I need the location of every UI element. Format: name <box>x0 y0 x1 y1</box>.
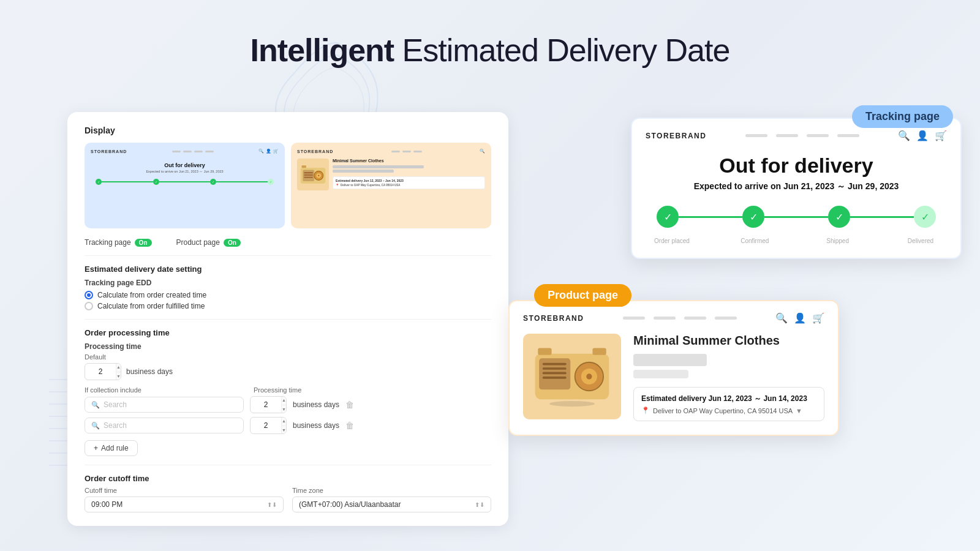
product-small-preview: STOREBRAND 🔍 <box>291 143 491 228</box>
svg-rect-15 <box>304 177 313 178</box>
tracking-subtitle: Expected to arrive on Jun 21, 2023 ～ Jun… <box>646 181 947 192</box>
tracking-toggle-row: Tracking page On <box>85 238 152 247</box>
preview-panels: STOREBRAND 🔍 👤 🛒 Out for delivery Expect… <box>85 143 491 228</box>
svg-rect-14 <box>304 174 313 176</box>
delete-rule-1[interactable]: 🗑 <box>345 400 354 410</box>
edd-section-title: Estimated delivery date setting <box>85 264 491 274</box>
default-label: Default <box>85 353 491 361</box>
search-icon: 🔍 <box>91 401 100 409</box>
cutoff-section-title: Order cutoff time <box>85 474 491 483</box>
timezone-input[interactable]: (GMT+07:00) Asia/Ulaanbaatar ⬆⬇ <box>292 497 491 512</box>
tracking-page-edd-label: Tracking page EDD <box>85 279 491 287</box>
product-page-large-preview: Product page STOREBRAND 🔍 👤 🛒 <box>508 300 839 436</box>
spinner-down-1[interactable]: ▼ <box>282 405 286 414</box>
step-4: ✓ <box>914 206 936 228</box>
svg-point-12 <box>318 174 320 176</box>
cart-icon-tp: 🛒 <box>935 130 947 141</box>
processing-time-label: Processing time <box>85 342 491 351</box>
processing-spinner-1[interactable]: 2 ▲ ▼ <box>250 396 287 413</box>
timezone-col: Time zone (GMT+07:00) Asia/Ulaanbaatar ⬆… <box>292 487 491 512</box>
search-icon-pp: 🔍 <box>775 312 788 324</box>
svg-rect-26 <box>543 377 567 379</box>
svg-rect-25 <box>543 372 567 375</box>
order-processing-title: Order processing time <box>85 328 491 337</box>
processing-time-header: Processing time <box>254 386 301 394</box>
svg-rect-9 <box>303 170 314 181</box>
svg-rect-24 <box>543 367 567 370</box>
tracking-page-bubble: Tracking page <box>852 105 953 128</box>
svg-point-29 <box>549 401 595 407</box>
collection-search-2[interactable]: 🔍 Search <box>85 418 244 433</box>
display-section-title: Display <box>85 126 491 135</box>
svg-rect-23 <box>543 363 567 365</box>
collection-search-1[interactable]: 🔍 Search <box>85 397 244 413</box>
default-days-spinner[interactable]: 2 ▲ ▼ <box>85 363 121 380</box>
tracking-page-large-preview: Tracking page STOREBRAND 🔍 👤 🛒 Out for d… <box>631 118 962 259</box>
delete-rule-2[interactable]: 🗑 <box>345 421 354 430</box>
settings-card: Display STOREBRAND 🔍 👤 🛒 Out for d <box>67 112 508 526</box>
spinner-down-2[interactable]: ▼ <box>282 426 286 435</box>
cutoff-time-col: Cutoff time 09:00 PM ⬆⬇ <box>85 487 284 512</box>
collection-rule-row-1: 🔍 Search 2 ▲ ▼ business days 🗑 <box>85 396 491 413</box>
svg-rect-28 <box>592 348 606 355</box>
step-labels: Order placed Confirmed Shipped Delivered <box>646 238 947 244</box>
product-info: Minimal Summer Clothes Estimated deliver… <box>633 334 824 421</box>
variant-bar <box>633 370 688 378</box>
search-icon-tp: 🔍 <box>898 130 910 141</box>
svg-rect-16 <box>302 165 306 168</box>
svg-rect-27 <box>538 348 551 355</box>
product-page-bubble: Product page <box>534 284 631 307</box>
processing-spinner-2[interactable]: 2 ▲ ▼ <box>250 417 287 434</box>
location-pin-icon: 📍 <box>641 407 650 414</box>
radio-created-time[interactable]: Calculate from order created time <box>85 291 491 299</box>
search-icon-2: 🔍 <box>91 422 100 430</box>
product-toggle-badge[interactable]: On <box>224 239 241 247</box>
radio-fulfilled-time[interactable]: Calculate from order fulfilled time <box>85 302 491 310</box>
collection-header: If collection include <box>85 386 244 394</box>
add-rule-button[interactable]: + Add rule <box>85 440 138 456</box>
svg-point-22 <box>586 373 592 379</box>
spinner-down[interactable]: ▼ <box>116 372 121 381</box>
tracking-toggle-badge[interactable]: On <box>135 239 152 247</box>
product-title: Minimal Summer Clothes <box>633 334 824 348</box>
product-image <box>523 334 621 419</box>
step-3: ✓ <box>828 206 850 228</box>
user-icon-tp: 👤 <box>916 130 929 141</box>
tracking-main-title: Out for delivery <box>646 154 947 178</box>
product-toggle-row: Product page On <box>176 238 241 247</box>
spinner-up-2[interactable]: ▲ <box>282 417 286 426</box>
collection-rule-row-2: 🔍 Search 2 ▲ ▼ business days 🗑 <box>85 417 491 434</box>
spinner-up-1[interactable]: ▲ <box>282 396 286 405</box>
page-title: Intelligent Estimated Delivery Date <box>0 0 980 69</box>
svg-rect-13 <box>304 172 313 173</box>
step-1: ✓ <box>657 206 679 228</box>
plus-icon: + <box>94 444 98 452</box>
tracking-progress: ✓ ✓ ✓ ✓ <box>646 206 947 228</box>
step-2: ✓ <box>742 206 764 228</box>
cart-icon-pp: 🛒 <box>812 312 824 324</box>
delivery-estimate-box: Estimated delivery Jun 12, 2023 ～ Jun 14… <box>633 387 824 421</box>
product-content: Minimal Summer Clothes Estimated deliver… <box>523 334 824 421</box>
price-bar <box>633 354 707 366</box>
tracking-small-preview: STOREBRAND 🔍 👤 🛒 Out for delivery Expect… <box>85 143 285 228</box>
spinner-up[interactable]: ▲ <box>116 363 121 372</box>
user-icon-pp: 👤 <box>794 312 806 324</box>
cutoff-time-input[interactable]: 09:00 PM ⬆⬇ <box>85 497 284 512</box>
